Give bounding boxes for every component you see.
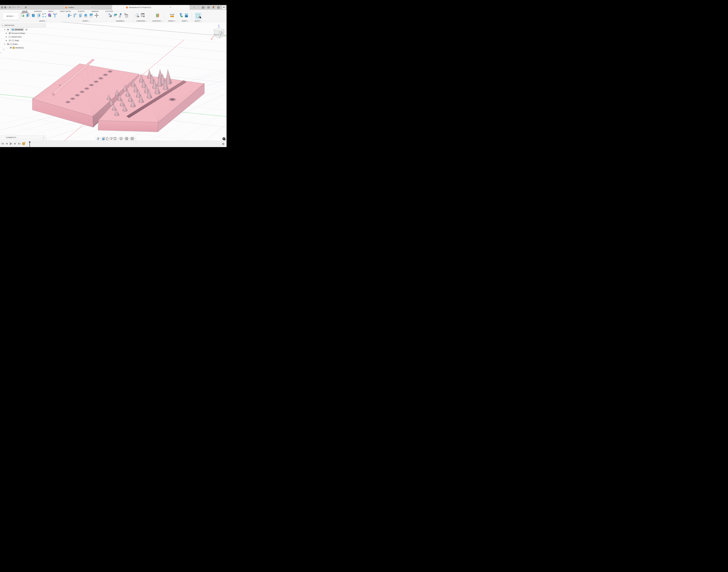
- measure-button[interactable]: [170, 13, 174, 18]
- split-body-button[interactable]: [89, 13, 93, 18]
- step-back-icon[interactable]: [6, 143, 8, 145]
- group-label-modify[interactable]: MODIFY ▼: [67, 20, 105, 22]
- browser-row-origin[interactable]: ▶ Origin: [1, 39, 46, 42]
- collapse-panel-icon[interactable]: ◂◂: [2, 24, 3, 26]
- caret-right-icon[interactable]: ▶: [6, 36, 7, 38]
- viewport[interactable]: 280 260 240 ◂◂ BROWSER − ▼ (Unsaved): [0, 22, 227, 141]
- caret-right-icon[interactable]: ▶: [6, 40, 7, 41]
- fit-icon[interactable]: [114, 137, 117, 140]
- add-comment-icon[interactable]: +: [43, 136, 46, 139]
- display-settings-icon[interactable]: [120, 137, 123, 140]
- grid-display-icon[interactable]: [125, 137, 128, 140]
- caret-right-icon[interactable]: ▶: [6, 32, 7, 34]
- press-pull-button[interactable]: [67, 13, 72, 18]
- job-status[interactable]: 1: [207, 6, 210, 9]
- tab-manage[interactable]: MANAGE: [91, 10, 98, 12]
- insert-derive-button[interactable]: [108, 13, 112, 18]
- browser-row-meshbody1[interactable]: MeshBody1: [1, 46, 46, 49]
- timeline-feature-insert-mesh[interactable]: [22, 142, 26, 146]
- caret-down-icon[interactable]: ▼: [4, 29, 5, 30]
- look-at-icon[interactable]: [102, 137, 105, 140]
- notification-bell-icon[interactable]: [212, 6, 215, 9]
- browser-row-root[interactable]: ▼ (Unsaved): [1, 28, 46, 31]
- tab-mesh[interactable]: MESH: [49, 10, 53, 12]
- create-sketch-button[interactable]: [20, 13, 25, 18]
- extrude-button[interactable]: [26, 13, 30, 18]
- tab-sheet-metal[interactable]: SHEET METAL: [60, 10, 71, 12]
- tab-untitled[interactable]: Untitled ✕: [64, 5, 94, 10]
- grid-caret-icon[interactable]: ▼: [129, 138, 130, 139]
- avatar[interactable]: AO: [222, 6, 226, 9]
- minimize-icon[interactable]: −: [43, 24, 46, 26]
- workspace-selector[interactable]: DESIGN▼: [2, 12, 19, 20]
- caret-down-icon[interactable]: ▼: [4, 44, 5, 45]
- revolve-button[interactable]: [31, 13, 35, 18]
- group-label-insert[interactable]: INSERT ▼: [179, 20, 191, 22]
- save-icon[interactable]: [9, 6, 11, 8]
- tab-active-project[interactable]: Aishaolokun-ET1-Project2*(1) ✕: [112, 5, 190, 10]
- document-name[interactable]: (Unsaved): [15, 29, 23, 30]
- rectangular-pattern-button[interactable]: [42, 13, 46, 18]
- close-tab-icon[interactable]: ✕: [170, 6, 171, 8]
- group-label-assemble[interactable]: ASSEMBLE ▼: [108, 20, 134, 22]
- viewcube[interactable]: Z RIGHT BACK Y X: [211, 25, 227, 41]
- browser-header[interactable]: ◂◂ BROWSER −: [1, 23, 46, 27]
- construct-plane-button[interactable]: [155, 13, 160, 18]
- viewports-caret-icon[interactable]: ▼: [135, 138, 136, 139]
- joint-button[interactable]: [119, 13, 123, 18]
- browser-row-named-views[interactable]: ▶ Named Views: [1, 35, 46, 38]
- insert-canvas-button[interactable]: [184, 13, 189, 18]
- group-label-select[interactable]: SELECT ▼: [194, 20, 203, 22]
- tab-surface[interactable]: SURFACE: [34, 10, 42, 12]
- tab-utilities[interactable]: UTILITIES: [105, 10, 113, 12]
- close-tab-icon[interactable]: ✕: [91, 6, 93, 8]
- step-forward-icon[interactable]: [14, 143, 16, 145]
- go-to-end-icon[interactable]: [18, 143, 20, 145]
- group-label-construct[interactable]: CONSTRUCT ▼: [151, 20, 164, 22]
- hole-button[interactable]: [37, 13, 41, 18]
- generative-design-button[interactable]: [53, 13, 57, 18]
- timeline-settings-gear-icon[interactable]: [222, 143, 224, 146]
- fillet-button[interactable]: [73, 13, 77, 18]
- zoom-icon[interactable]: [110, 137, 113, 140]
- combine-button[interactable]: [84, 13, 88, 18]
- browser-row-bodies[interactable]: ▼ Bodies: [1, 43, 46, 46]
- configure-button[interactable]: [135, 13, 140, 18]
- fit-caret-icon[interactable]: ▼: [118, 138, 119, 139]
- eye-icon[interactable]: [7, 44, 9, 45]
- visibility-eye-icon[interactable]: [6, 28, 10, 31]
- group-label-create[interactable]: CREATE ▼: [20, 20, 65, 22]
- tab-solid[interactable]: SOLID: [22, 10, 27, 12]
- viewports-icon[interactable]: [131, 137, 134, 140]
- browser-row-document-settings[interactable]: ▶ Document Settings: [1, 32, 46, 34]
- insert-fastener-button[interactable]: [179, 13, 183, 18]
- play-icon[interactable]: [10, 142, 12, 145]
- undo-control[interactable]: ▼: [12, 6, 16, 8]
- joint-table-button[interactable]: [124, 13, 128, 18]
- group-label-configure[interactable]: CONFIGURE ▼: [135, 20, 148, 22]
- assistant-bubble-icon[interactable]: [222, 137, 226, 141]
- home-icon[interactable]: [24, 6, 27, 8]
- shell-button[interactable]: [78, 13, 83, 18]
- new-component-button[interactable]: [113, 13, 118, 18]
- pan-hand-icon[interactable]: [106, 137, 109, 140]
- display-caret-icon[interactable]: ▼: [124, 138, 125, 139]
- configuration-table-button[interactable]: [141, 13, 145, 18]
- extensions-icon[interactable]: [202, 6, 205, 9]
- create-form-button[interactable]: [47, 13, 52, 18]
- app-grid-icon[interactable]: [1, 6, 3, 8]
- move-copy-button[interactable]: [94, 13, 99, 18]
- redo-control[interactable]: ▼: [17, 6, 21, 8]
- comments-panel[interactable]: COMMENTS +: [1, 135, 46, 140]
- eye-slash-icon[interactable]: [9, 40, 11, 41]
- help-icon[interactable]: ?: [217, 6, 220, 9]
- eye-icon[interactable]: [10, 47, 12, 49]
- group-label-inspect[interactable]: INSPECT ▼: [166, 20, 177, 22]
- activate-radio-icon[interactable]: [24, 28, 28, 31]
- tab-plastic[interactable]: PLASTIC: [78, 10, 85, 12]
- orbit-icon[interactable]: [96, 137, 99, 140]
- new-tab-button[interactable]: +: [193, 6, 196, 9]
- orbit-caret-icon[interactable]: ▼: [100, 138, 101, 139]
- go-to-start-icon[interactable]: [1, 143, 4, 145]
- timeline-marker[interactable]: [28, 142, 31, 147]
